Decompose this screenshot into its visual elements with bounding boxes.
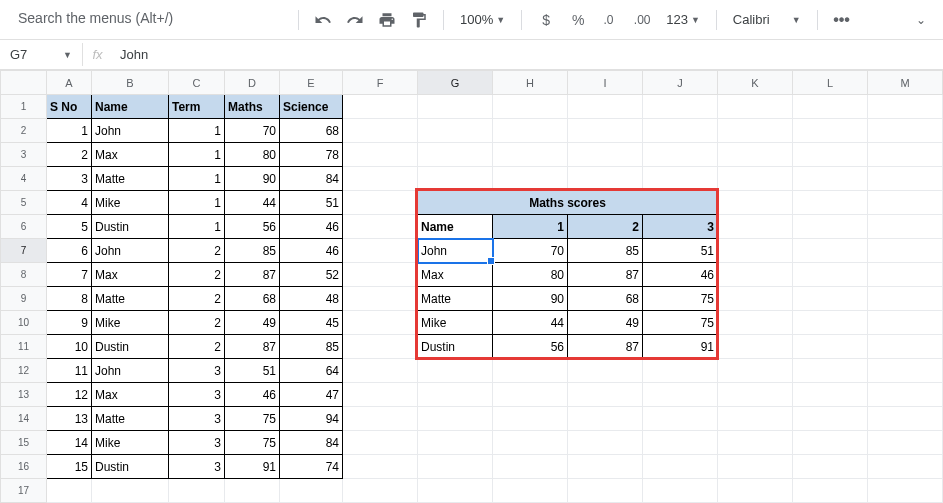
cell-F7[interactable] xyxy=(343,239,418,263)
cell-J10[interactable]: 75 xyxy=(643,311,718,335)
cell-E6[interactable]: 46 xyxy=(280,215,343,239)
pivot-col-3[interactable]: 3 xyxy=(643,215,718,239)
cell-A13[interactable]: 12 xyxy=(47,383,92,407)
cell-C4[interactable]: 1 xyxy=(169,167,225,191)
cell-empty[interactable] xyxy=(643,119,718,143)
cell-empty[interactable] xyxy=(868,95,943,119)
cell-empty[interactable] xyxy=(793,215,868,239)
cell-D7[interactable]: 85 xyxy=(225,239,280,263)
cell-G11[interactable]: Dustin xyxy=(418,335,493,359)
cell-empty[interactable] xyxy=(868,239,943,263)
cell-empty[interactable] xyxy=(568,359,643,383)
cell-empty[interactable] xyxy=(718,311,793,335)
row-header-8[interactable]: 8 xyxy=(1,263,47,287)
cell-A14[interactable]: 13 xyxy=(47,407,92,431)
cell-empty[interactable] xyxy=(793,119,868,143)
cell-empty[interactable] xyxy=(568,383,643,407)
cell-B15[interactable]: Mike xyxy=(92,431,169,455)
search-menus[interactable]: Search the menus (Alt+/) xyxy=(8,6,288,34)
cell-empty[interactable] xyxy=(493,407,568,431)
undo-button[interactable] xyxy=(309,6,337,34)
cell-empty[interactable] xyxy=(793,335,868,359)
cell-empty[interactable] xyxy=(643,455,718,479)
cell-empty[interactable] xyxy=(418,119,493,143)
cell-I11[interactable]: 87 xyxy=(568,335,643,359)
cell-empty[interactable] xyxy=(868,455,943,479)
cell-empty[interactable] xyxy=(718,479,793,503)
cell-empty[interactable] xyxy=(418,95,493,119)
cell-D9[interactable]: 68 xyxy=(225,287,280,311)
col-header-D[interactable]: D xyxy=(225,71,280,95)
cell-B6[interactable]: Dustin xyxy=(92,215,169,239)
cell-J8[interactable]: 46 xyxy=(643,263,718,287)
cell-empty[interactable] xyxy=(793,191,868,215)
row-header-4[interactable]: 4 xyxy=(1,167,47,191)
cell-C7[interactable]: 2 xyxy=(169,239,225,263)
cell-empty[interactable] xyxy=(643,383,718,407)
cell-A12[interactable]: 11 xyxy=(47,359,92,383)
cell-empty[interactable] xyxy=(169,479,225,503)
cell-J11[interactable]: 91 xyxy=(643,335,718,359)
cell-empty[interactable] xyxy=(868,335,943,359)
row-header-3[interactable]: 3 xyxy=(1,143,47,167)
cell-E12[interactable]: 64 xyxy=(280,359,343,383)
cell-H8[interactable]: 80 xyxy=(493,263,568,287)
pivot-col-1[interactable]: 1 xyxy=(493,215,568,239)
cell-empty[interactable] xyxy=(868,311,943,335)
cell-G9[interactable]: Matte xyxy=(418,287,493,311)
cell-empty[interactable] xyxy=(793,359,868,383)
cell-empty[interactable] xyxy=(418,167,493,191)
cell-empty[interactable] xyxy=(868,191,943,215)
cell-empty[interactable] xyxy=(493,119,568,143)
cell-B16[interactable]: Dustin xyxy=(92,455,169,479)
cell-A7[interactable]: 6 xyxy=(47,239,92,263)
cell-empty[interactable] xyxy=(868,479,943,503)
cell-H9[interactable]: 90 xyxy=(493,287,568,311)
cell-empty[interactable] xyxy=(868,407,943,431)
cell-E11[interactable]: 85 xyxy=(280,335,343,359)
cell-E1[interactable]: Science xyxy=(280,95,343,119)
cell-C5[interactable]: 1 xyxy=(169,191,225,215)
zoom-select[interactable]: 100%▼ xyxy=(454,8,511,31)
cell-C6[interactable]: 1 xyxy=(169,215,225,239)
col-header-A[interactable]: A xyxy=(47,71,92,95)
cell-C8[interactable]: 2 xyxy=(169,263,225,287)
cell-D14[interactable]: 75 xyxy=(225,407,280,431)
col-header-K[interactable]: K xyxy=(718,71,793,95)
cell-empty[interactable] xyxy=(643,431,718,455)
cell-empty[interactable] xyxy=(418,359,493,383)
cell-A1[interactable]: S No xyxy=(47,95,92,119)
pivot-title[interactable]: Maths scores xyxy=(418,191,718,215)
cell-I8[interactable]: 87 xyxy=(568,263,643,287)
cell-F3[interactable] xyxy=(343,143,418,167)
cell-A8[interactable]: 7 xyxy=(47,263,92,287)
cell-I7[interactable]: 85 xyxy=(568,239,643,263)
cell-D11[interactable]: 87 xyxy=(225,335,280,359)
cell-D4[interactable]: 90 xyxy=(225,167,280,191)
cell-empty[interactable] xyxy=(643,479,718,503)
cell-empty[interactable] xyxy=(793,167,868,191)
row-header-6[interactable]: 6 xyxy=(1,215,47,239)
currency-button[interactable]: $ xyxy=(532,6,560,34)
select-all-corner[interactable] xyxy=(1,71,47,95)
pivot-name-hdr[interactable]: Name xyxy=(418,215,493,239)
cell-B8[interactable]: Max xyxy=(92,263,169,287)
cell-B7[interactable]: John xyxy=(92,239,169,263)
cell-C11[interactable]: 2 xyxy=(169,335,225,359)
cell-D3[interactable]: 80 xyxy=(225,143,280,167)
cell-C10[interactable]: 2 xyxy=(169,311,225,335)
cell-F6[interactable] xyxy=(343,215,418,239)
cell-H10[interactable]: 44 xyxy=(493,311,568,335)
col-header-F[interactable]: F xyxy=(343,71,418,95)
cell-empty[interactable] xyxy=(868,287,943,311)
cell-empty[interactable] xyxy=(568,407,643,431)
cell-B4[interactable]: Matte xyxy=(92,167,169,191)
row-header-7[interactable]: 7 xyxy=(1,239,47,263)
cell-empty[interactable] xyxy=(568,479,643,503)
cell-D6[interactable]: 56 xyxy=(225,215,280,239)
cell-D16[interactable]: 91 xyxy=(225,455,280,479)
cell-H7[interactable]: 70 xyxy=(493,239,568,263)
cell-empty[interactable] xyxy=(793,431,868,455)
cell-F2[interactable] xyxy=(343,119,418,143)
cell-C2[interactable]: 1 xyxy=(169,119,225,143)
